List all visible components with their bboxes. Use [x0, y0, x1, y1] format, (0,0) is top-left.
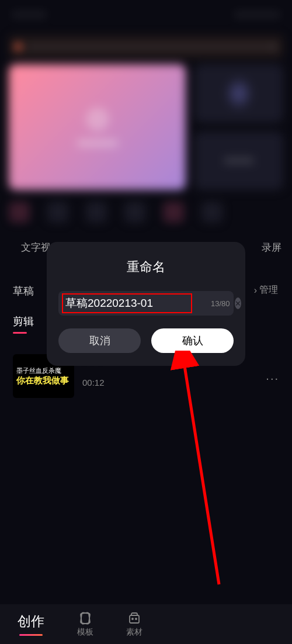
- tool-row: [0, 196, 292, 232]
- template-icon: [78, 611, 93, 626]
- active-underline: [19, 634, 43, 636]
- nav-material-label: 素材: [126, 627, 142, 638]
- nav-template[interactable]: 模板: [77, 611, 93, 638]
- edit-tab[interactable]: 剪辑: [13, 314, 34, 328]
- manage-label: 管理: [259, 284, 278, 296]
- svg-rect-4: [130, 615, 139, 623]
- char-count: 13/80: [211, 299, 230, 308]
- rename-dialog: 重命名 13/80 ✕ 取消 确认: [47, 242, 245, 366]
- side-card-2: [194, 131, 283, 190]
- nav-create[interactable]: 创作: [18, 612, 44, 636]
- nav-material[interactable]: 素材: [126, 611, 142, 638]
- bottom-nav: 创作 模板 素材: [0, 604, 292, 644]
- rename-input-row: 13/80 ✕: [58, 291, 234, 316]
- status-bar: [0, 0, 292, 29]
- manage-link[interactable]: › 管理: [254, 284, 278, 296]
- draft-more-button[interactable]: ···: [266, 354, 279, 385]
- record-screen-tool-label: 录屏: [262, 241, 281, 254]
- thumb-caption-1: 墨子丝血反杀魔: [16, 366, 71, 375]
- close-icon: ✕: [235, 299, 241, 308]
- svg-point-5: [132, 618, 133, 619]
- thumb-caption-2: 你在教我做事: [16, 375, 71, 386]
- fingerprint-card: [194, 64, 283, 123]
- rename-input[interactable]: [58, 291, 211, 316]
- hero-area: [9, 64, 283, 190]
- svg-point-6: [135, 618, 137, 619]
- draft-duration: 00:12: [82, 378, 258, 387]
- material-icon: [127, 611, 142, 626]
- nav-create-label: 创作: [18, 612, 44, 631]
- promo-banner: [9, 35, 283, 58]
- dialog-title: 重命名: [58, 258, 234, 276]
- nav-template-label: 模板: [77, 627, 93, 638]
- cancel-button[interactable]: 取消: [58, 328, 141, 353]
- clear-input-button[interactable]: ✕: [235, 297, 241, 309]
- edit-tab-underline: [13, 332, 27, 334]
- confirm-button[interactable]: 确认: [151, 328, 234, 353]
- start-creation-card: [9, 64, 186, 190]
- drafts-heading: 草稿: [13, 284, 34, 298]
